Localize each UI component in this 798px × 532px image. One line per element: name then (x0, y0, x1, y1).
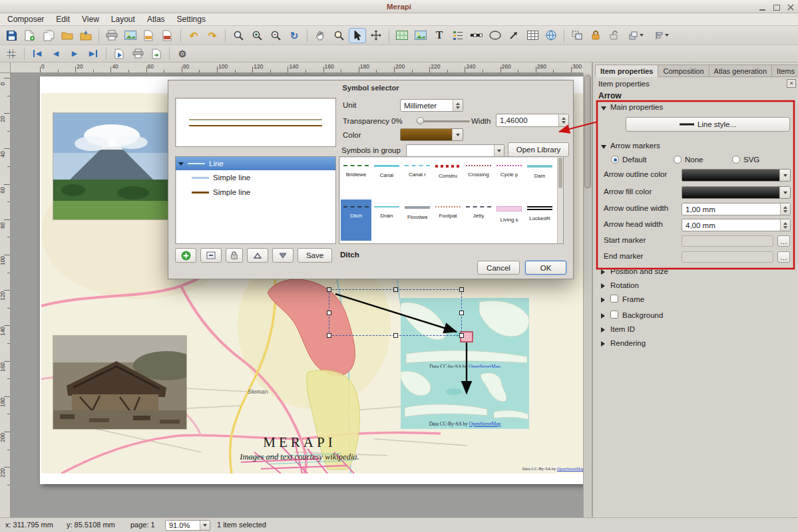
section-arrow-markers[interactable]: Arrow markers (610, 142, 660, 150)
add-symbol-button[interactable] (175, 248, 196, 263)
panel-detach-icon[interactable]: ✕ (787, 79, 796, 88)
section-rendering[interactable]: Rendering (610, 339, 646, 347)
symbol-cell-constru[interactable]: Constru (433, 158, 463, 200)
load-template-icon[interactable] (77, 28, 95, 43)
canvas-vertical-scrollbar[interactable] (583, 73, 592, 517)
symbol-cell-ditch[interactable]: Ditch (341, 200, 371, 241)
color-swatch[interactable] (400, 128, 463, 141)
width-spin[interactable]: 1,46000 (496, 114, 569, 127)
slider-knob[interactable] (417, 117, 424, 124)
select-move-item-icon[interactable] (349, 28, 366, 43)
frame-checkbox[interactable] (610, 295, 618, 303)
zoom-combo[interactable]: 91.0% (165, 520, 210, 531)
menu-composer[interactable]: Composer (1, 13, 50, 25)
radio-none[interactable] (674, 156, 682, 164)
tab-atlas-generation[interactable]: Atlas generation (709, 65, 772, 77)
handle-se[interactable] (459, 333, 464, 338)
section-rotation[interactable]: Rotation (610, 281, 639, 289)
collapse-icon[interactable] (601, 106, 606, 110)
atlas-next-icon[interactable]: ▶ (66, 46, 83, 61)
end-marker-browse-button[interactable]: … (777, 251, 790, 263)
overview-map-bottom[interactable]: Data CC-By-SA by OpenStreetMap (401, 368, 529, 429)
arrow-outline-width-spin[interactable]: 1,00 mm (682, 203, 791, 215)
tab-items[interactable]: Items (771, 65, 798, 77)
expand-icon[interactable] (601, 327, 605, 332)
unit-combo[interactable]: Millimeter (400, 99, 463, 112)
scrollbar-thumb[interactable] (558, 158, 562, 188)
add-html-icon[interactable] (542, 28, 560, 43)
save-project-icon[interactable] (3, 28, 20, 43)
expand-icon[interactable] (601, 297, 605, 303)
osm-link[interactable]: OpenStreetMap (469, 421, 501, 427)
symbol-grid-scrollbar[interactable] (557, 157, 563, 243)
open-library-button[interactable]: Open Library (508, 142, 569, 157)
menu-settings[interactable]: Settings (171, 13, 212, 25)
atlas-prev-icon[interactable]: ◀ (47, 46, 65, 61)
add-map-icon[interactable] (393, 28, 411, 43)
zoom-out-icon[interactable] (267, 28, 284, 43)
menu-edit[interactable]: Edit (50, 13, 76, 25)
minimize-button[interactable] (759, 3, 766, 11)
move-down-button[interactable] (272, 248, 294, 263)
menu-atlas[interactable]: Atlas (141, 13, 171, 25)
symbols-group-combo[interactable] (406, 144, 504, 157)
symbol-selector-dialog[interactable]: Symbol selector Unit Millimeter Transpar… (168, 80, 574, 279)
section-position-and-size[interactable]: Position and size (610, 267, 668, 275)
handle-n[interactable] (393, 287, 398, 292)
atlas-last-icon[interactable]: ▶ (85, 46, 102, 61)
page-subtitle[interactable]: Images and text courtesy wikipedia. (200, 452, 399, 462)
remove-symbol-button[interactable] (200, 248, 222, 263)
symbol-cell-floodwa[interactable]: Floodwa (402, 200, 433, 241)
tab-item-properties[interactable]: Item properties (595, 65, 658, 77)
tree-row-simple-line-1[interactable]: Simple line (176, 170, 335, 185)
snap-grid-icon[interactable] (3, 46, 20, 61)
symbol-cell-bridlewe[interactable]: Bridlewe (341, 158, 371, 200)
print-atlas-icon[interactable] (129, 46, 146, 61)
handle-ne[interactable] (459, 287, 464, 292)
handle-nw[interactable] (327, 287, 331, 292)
lock-items-icon[interactable] (587, 28, 604, 43)
move-content-icon[interactable] (367, 28, 385, 43)
section-frame[interactable]: Frame (622, 295, 644, 303)
symbol-cell-dam[interactable]: Dam (524, 158, 555, 200)
save-button[interactable]: Save (298, 248, 332, 263)
add-image-icon[interactable] (412, 28, 429, 43)
add-table-icon[interactable] (524, 28, 541, 43)
add-label-icon[interactable]: T (431, 28, 448, 43)
collapse-icon[interactable] (601, 145, 606, 149)
handle-w[interactable] (327, 311, 331, 315)
symbol-cell-canal[interactable]: Canal (371, 158, 402, 200)
add-arrow-icon[interactable] (505, 28, 522, 43)
maximize-button[interactable] (773, 3, 780, 11)
raise-items-dropdown[interactable] (624, 28, 648, 43)
add-scalebar-icon[interactable] (468, 28, 485, 43)
selection-handles[interactable] (329, 289, 462, 336)
start-marker-browse-button[interactable]: … (777, 235, 790, 247)
symbol-cell-crossing[interactable]: Crossing (463, 158, 494, 200)
page-title[interactable]: MERAPI (220, 434, 379, 451)
expand-icon[interactable] (601, 283, 605, 289)
house-photo-item[interactable] (53, 336, 186, 429)
export-svg-icon[interactable] (140, 28, 158, 43)
arrow-outline-color-swatch[interactable] (682, 169, 791, 182)
radio-svg[interactable] (732, 156, 740, 164)
expand-icon[interactable] (601, 269, 605, 275)
scrollbar-thumb[interactable] (584, 75, 591, 188)
zoom-tool-icon[interactable] (330, 28, 347, 43)
background-checkbox[interactable] (610, 311, 618, 319)
arrow-fill-color-swatch[interactable] (682, 186, 791, 199)
menu-layout[interactable]: Layout (105, 13, 141, 25)
line-style-button[interactable]: Line style... (626, 117, 790, 132)
undo-icon[interactable]: ↶ (185, 28, 202, 43)
cancel-button[interactable]: Cancel (477, 261, 520, 275)
arrow-head-width-spin[interactable]: 4,00 mm (682, 219, 791, 231)
ok-button[interactable]: OK (525, 261, 566, 275)
handle-sw[interactable] (327, 333, 331, 338)
symbol-cell-cycle-p[interactable]: Cycle p (494, 158, 524, 200)
osm-link[interactable]: OpenStreetMap (557, 466, 583, 471)
transparency-slider[interactable] (417, 117, 470, 125)
volcano-photo-item[interactable] (53, 113, 170, 219)
section-background[interactable]: Background (622, 311, 663, 319)
symbol-cell-living-s[interactable]: Living s (494, 200, 524, 241)
expand-icon[interactable] (601, 341, 605, 346)
